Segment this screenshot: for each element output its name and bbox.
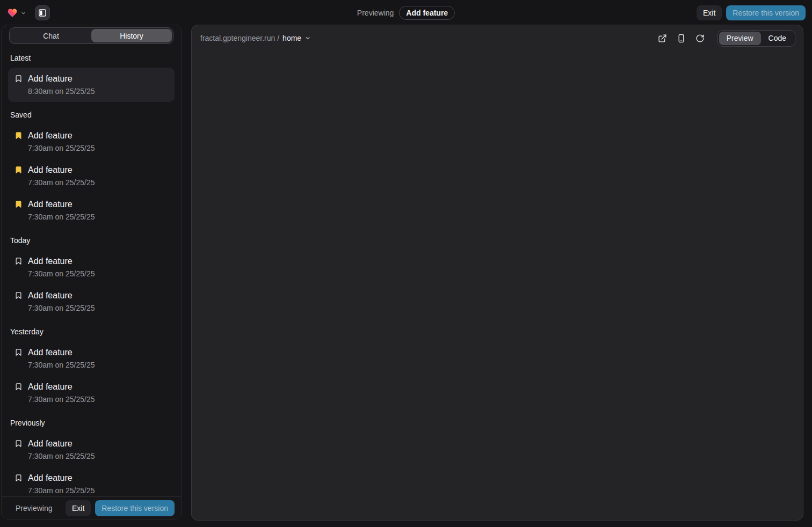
history-list: Latest Add feature8:30am on 25/25/25Save…: [2, 48, 181, 496]
bookmark-icon[interactable]: [15, 257, 23, 265]
history-item-timestamp: 7:30am on 25/25/25: [28, 177, 95, 188]
history-item-title: Add feature: [28, 290, 95, 302]
bookmark-filled-icon[interactable]: [15, 200, 23, 208]
history-item[interactable]: Add feature7:30am on 25/25/25: [8, 125, 175, 159]
bookmark-filled-icon[interactable]: [15, 166, 23, 174]
previewing-status-label: Previewing: [357, 9, 394, 17]
app-logo[interactable]: [6, 8, 26, 18]
previewing-status-label: Previewing: [16, 504, 52, 513]
bookmark-icon[interactable]: [15, 474, 23, 482]
history-item-timestamp: 7:30am on 25/25/25: [28, 303, 95, 313]
history-item-timestamp: 7:30am on 25/25/25: [28, 485, 95, 496]
sidebar-footer: Previewing Exit Restore this version: [2, 496, 181, 519]
preview-viewport: [192, 51, 803, 520]
history-item[interactable]: Add feature7:30am on 25/25/25: [8, 376, 175, 410]
bookmark-icon[interactable]: [15, 383, 23, 391]
restore-version-button[interactable]: Restore this version: [95, 500, 175, 516]
tab-chat[interactable]: Chat: [11, 29, 91, 42]
history-item-timestamp: 7:30am on 25/25/25: [28, 394, 95, 405]
history-item-title: Add feature: [28, 472, 95, 484]
history-item[interactable]: Add feature7:30am on 25/25/25: [8, 467, 175, 496]
url-page: home: [282, 34, 301, 42]
history-item-title: Add feature: [28, 347, 95, 358]
bookmark-icon[interactable]: [15, 440, 23, 448]
sidebar-toggle-button[interactable]: [35, 5, 50, 20]
open-external-button[interactable]: [658, 34, 667, 43]
history-item[interactable]: Add feature7:30am on 25/25/25: [8, 250, 175, 284]
heart-logo-icon: [6, 8, 18, 18]
panel-left-icon: [38, 9, 47, 17]
bookmark-icon[interactable]: [15, 348, 23, 356]
section-label: Previously: [10, 419, 172, 427]
version-badge: Add feature: [399, 6, 455, 20]
history-item-timestamp: 7:30am on 25/25/25: [28, 143, 95, 153]
refresh-icon: [695, 34, 705, 43]
history-sidebar: Chat History Latest Add feature8:30am on…: [1, 25, 182, 519]
section-label: Today: [10, 236, 172, 245]
exit-button[interactable]: Exit: [697, 5, 722, 20]
tab-code[interactable]: Code: [761, 32, 794, 45]
sidebar-tabs: Chat History: [9, 27, 173, 44]
history-item-timestamp: 7:30am on 25/25/25: [28, 360, 95, 370]
history-item-title: Add feature: [28, 130, 95, 142]
preview-code-toggle: Preview Code: [717, 30, 795, 47]
refresh-button[interactable]: [695, 34, 705, 43]
url-domain: fractal.gptengineer.run /: [200, 34, 279, 42]
history-item[interactable]: Add feature7:30am on 25/25/25: [8, 284, 175, 319]
smartphone-icon: [677, 34, 686, 43]
history-item[interactable]: Add feature8:30am on 25/25/25: [8, 68, 175, 102]
history-item[interactable]: Add feature7:30am on 25/25/25: [8, 193, 175, 228]
history-item[interactable]: Add feature7:30am on 25/25/25: [8, 341, 175, 376]
history-item-timestamp: 7:30am on 25/25/25: [28, 268, 95, 279]
history-item-timestamp: 8:30am on 25/25/25: [28, 86, 95, 97]
history-item-timestamp: 7:30am on 25/25/25: [28, 451, 95, 462]
bookmark-icon[interactable]: [15, 75, 23, 83]
preview-url-selector[interactable]: fractal.gptengineer.run / home: [200, 34, 311, 42]
section-label: Yesterday: [10, 327, 172, 336]
bookmark-icon[interactable]: [15, 291, 23, 299]
history-item-title: Add feature: [28, 255, 95, 267]
history-item-timestamp: 7:30am on 25/25/25: [28, 211, 95, 222]
section-label: Latest: [10, 54, 172, 62]
history-section: Today Add feature7:30am on 25/25/25 Add …: [2, 236, 181, 319]
history-item-title: Add feature: [28, 438, 95, 450]
tab-preview[interactable]: Preview: [719, 32, 761, 45]
history-section: Latest Add feature8:30am on 25/25/25: [2, 54, 181, 102]
history-section: Saved Add feature7:30am on 25/25/25 Add …: [2, 111, 181, 228]
history-section: Yesterday Add feature7:30am on 25/25/25 …: [2, 327, 181, 410]
history-item[interactable]: Add feature7:30am on 25/25/25: [8, 159, 175, 193]
history-item-title: Add feature: [28, 381, 95, 393]
restore-version-button[interactable]: Restore this version: [726, 5, 806, 20]
preview-header: fractal.gptengineer.run / home: [192, 25, 803, 51]
history-item-title: Add feature: [28, 73, 95, 85]
history-section: Previously Add feature7:30am on 25/25/25…: [2, 419, 181, 496]
bookmark-filled-icon[interactable]: [15, 131, 23, 140]
exit-button[interactable]: Exit: [66, 500, 91, 516]
mobile-view-button[interactable]: [677, 34, 686, 43]
chevron-down-icon: [20, 10, 26, 16]
section-label: Saved: [10, 111, 172, 119]
history-item[interactable]: Add feature7:30am on 25/25/25: [8, 433, 175, 467]
external-link-icon: [658, 34, 667, 43]
history-item-title: Add feature: [28, 199, 95, 210]
tab-history[interactable]: History: [91, 29, 172, 42]
history-item-title: Add feature: [28, 164, 95, 176]
top-bar: Previewing Add feature Exit Restore this…: [0, 0, 812, 26]
chevron-down-icon: [305, 35, 311, 41]
preview-panel: fractal.gptengineer.run / home: [191, 25, 803, 521]
